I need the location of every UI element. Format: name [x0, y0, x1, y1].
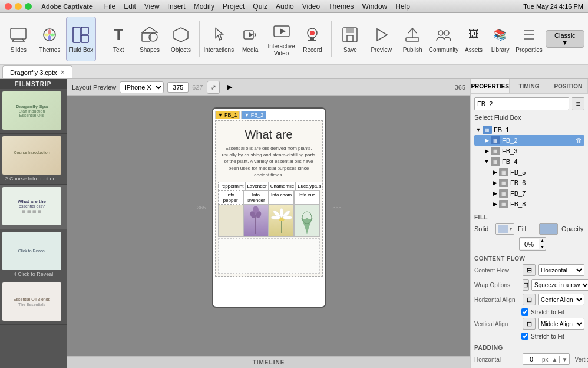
tree-item-fb4[interactable]: ▼ ▦ FB_4 [474, 156, 584, 167]
fb3-toggle[interactable]: ▶ [483, 148, 491, 154]
menu-quiz[interactable]: Quiz [253, 2, 267, 11]
fill-color-swatch[interactable] [539, 223, 558, 235]
herb-tab-lavender[interactable]: Lavender [245, 182, 268, 190]
community-btn[interactable]: Community [429, 17, 459, 61]
menu-insert[interactable]: Insert [168, 2, 186, 11]
interactive-video-btn[interactable]: Interactive Video [266, 17, 296, 61]
content-flow-icon[interactable]: ⊟ [523, 264, 536, 276]
fb8-toggle[interactable]: ▶ [491, 201, 499, 207]
filmstrip-slide-3[interactable]: What are the essential oils? ▦ ▦ ▦ ▦ [0, 185, 67, 229]
menu-help[interactable]: Help [395, 2, 410, 11]
info-chamomile: Info cham [269, 190, 294, 205]
fb1-toggle[interactable]: ▼ [474, 127, 483, 133]
fb-options-btn[interactable]: ≡ [572, 97, 584, 110]
window-controls[interactable] [5, 3, 32, 10]
filmstrip-slide-5[interactable]: Essential Oil Blends The Essentials [0, 280, 67, 325]
menu-video[interactable]: Video [302, 2, 320, 11]
objects-btn[interactable]: Objects [166, 17, 196, 61]
wrap-select[interactable]: Squeeze in a row Wrap [531, 279, 588, 291]
menu-bar[interactable]: File Edit View Insert Modify Project Qui… [104, 2, 410, 11]
tree-item-fb3[interactable]: ▶ ▦ FB_3 [474, 146, 584, 156]
valign-icon[interactable]: ⊟ [523, 318, 536, 330]
padding-h-arrow-up[interactable]: ▲ [550, 356, 560, 363]
menu-project[interactable]: Project [223, 2, 245, 11]
solid-color-swatch[interactable]: ▾ [495, 223, 514, 235]
tab-dragonfly[interactable]: Dragonfly 3.cptx ✕ [2, 65, 72, 78]
slides-btn[interactable]: Slides [4, 17, 34, 61]
herb-tab-eucalyptus[interactable]: Eucalyptus [296, 182, 322, 190]
menu-view[interactable]: View [144, 2, 160, 11]
fb2-toggle[interactable]: ▶ [483, 137, 491, 143]
halign-select[interactable]: Center Align Left Align Right Align [538, 294, 584, 305]
svg-rect-19 [308, 40, 316, 41]
herb-tab-chamomile[interactable]: Chamomile [269, 182, 296, 190]
shapes-btn[interactable]: Shapes [135, 17, 165, 61]
menu-window[interactable]: Window [362, 2, 388, 11]
opacity-input[interactable] [520, 239, 539, 249]
save-btn[interactable]: Save [335, 17, 365, 61]
ruler-right: 365 [332, 205, 341, 211]
preview-btn[interactable]: Preview [366, 17, 397, 61]
fb7-toggle[interactable]: ▶ [491, 190, 499, 196]
interactions-btn[interactable]: Interactions [203, 17, 234, 61]
fb2-delete-btn[interactable]: 🗑 [576, 137, 584, 144]
herb-tab-peppermint[interactable]: Peppermint [218, 182, 246, 190]
fullscreen-icon[interactable]: ⤢ [207, 81, 220, 94]
fb5-toggle[interactable]: ▶ [491, 169, 499, 175]
device-select[interactable]: iPhone X iPhone 8 iPad [120, 81, 164, 93]
slide-thumb-5: Essential Oil Blends The Essentials [2, 282, 61, 321]
library-btn[interactable]: 📚 Library [488, 17, 513, 61]
width-input[interactable] [167, 82, 189, 93]
filmstrip-slide-2[interactable]: Course Introduction ····· 2 Course Intro… [0, 134, 67, 185]
stretch-h-checkbox[interactable] [521, 308, 528, 316]
play-btn[interactable]: ▶ [223, 81, 236, 94]
save-icon [339, 24, 361, 45]
themes-btn[interactable]: Themes [35, 17, 65, 61]
media-btn[interactable]: Media [235, 17, 265, 61]
text-btn[interactable]: T Text [104, 17, 134, 61]
fb6-toggle[interactable]: ▶ [491, 180, 499, 186]
close-window-btn[interactable] [5, 3, 12, 10]
valign-select[interactable]: Middle Align Top Align Bottom Align [538, 318, 584, 330]
tab-position[interactable]: POSITION [549, 79, 588, 93]
content-flow-select[interactable]: Horizontal Vertical [538, 264, 584, 276]
fb2-label[interactable]: ▼ FB_2 [241, 111, 266, 119]
menu-themes[interactable]: Themes [328, 2, 354, 11]
menu-modify[interactable]: Modify [194, 2, 214, 11]
tree-item-fb6[interactable]: ▶ ▦ FB_6 [474, 178, 584, 188]
menu-audio[interactable]: Audio [276, 2, 294, 11]
padding-h-input[interactable] [523, 354, 540, 364]
wrap-icon[interactable]: ⊞ [523, 279, 529, 291]
tree-item-fb7[interactable]: ▶ ▦ FB_7 [474, 188, 584, 199]
fluid-box-btn[interactable]: Fluid Box [66, 17, 96, 61]
menu-file[interactable]: File [104, 2, 115, 11]
opacity-up-btn[interactable]: ▲ [539, 238, 546, 244]
tab-properties[interactable]: PROPERTIES [471, 79, 510, 93]
fb1-label[interactable]: ▼ FB_1 [215, 111, 240, 119]
fb4-toggle[interactable]: ▼ [483, 159, 491, 165]
menu-edit[interactable]: Edit [124, 2, 136, 11]
tab-timing[interactable]: TIMING [510, 79, 549, 93]
fb6-label: FB_6 [510, 179, 526, 186]
tree-item-fb8[interactable]: ▶ ▦ FB_8 [474, 199, 584, 209]
tree-item-fb1[interactable]: ▼ ▦ FB_1 [474, 124, 584, 135]
assets-btn[interactable]: 🖼 Assets [461, 17, 486, 61]
record-btn[interactable]: Record [298, 17, 328, 61]
opacity-down-btn[interactable]: ▼ [539, 244, 546, 250]
publish-btn[interactable]: Publish [398, 17, 428, 61]
tab-close-btn[interactable]: ✕ [60, 69, 65, 75]
properties-btn[interactable]: Properties [514, 17, 544, 61]
halign-row: Horizontal Align ⊟ Center Align Left Ali… [474, 294, 584, 305]
fb-name-input[interactable] [474, 97, 569, 110]
tree-item-fb2[interactable]: ▶ ▦ FB_2 🗑 [474, 135, 584, 146]
minimize-window-btn[interactable] [15, 3, 22, 10]
padding-h-arrow-down[interactable]: ▼ [559, 356, 569, 363]
maximize-window-btn[interactable] [25, 3, 32, 10]
filmstrip-slide-4[interactable]: Click to Reveal 4 Click to Reveal [0, 229, 67, 280]
filmstrip-slide-1[interactable]: Dragonfly Spa Staff Induction Essential … [0, 89, 67, 134]
stretch-v-checkbox[interactable] [521, 333, 528, 340]
tree-item-fb5[interactable]: ▶ ▦ FB_5 [474, 167, 584, 178]
classic-btn[interactable]: Classic ▼ [546, 30, 584, 48]
halign-icon[interactable]: ⊟ [523, 294, 536, 305]
sep3 [331, 21, 332, 57]
